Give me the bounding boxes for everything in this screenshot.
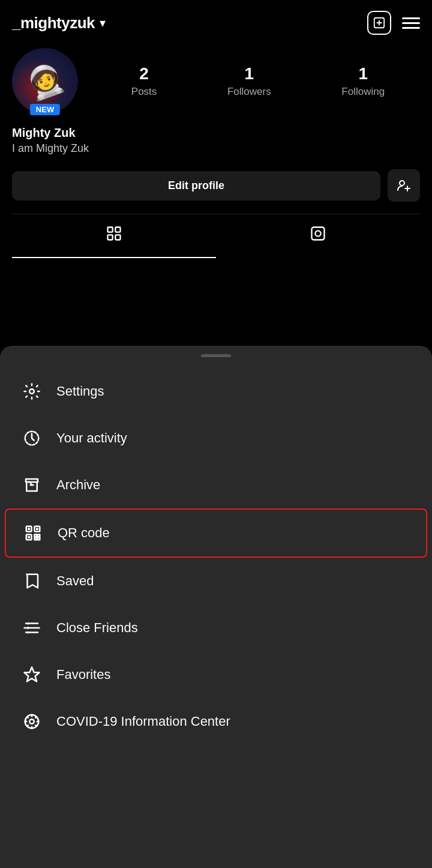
menu-item-close-friends[interactable]: Close Friends bbox=[5, 604, 427, 651]
hamburger-icon bbox=[402, 17, 420, 29]
svg-rect-6 bbox=[108, 228, 113, 232]
svg-rect-7 bbox=[115, 228, 120, 232]
grid-icon bbox=[106, 225, 122, 246]
star-icon bbox=[22, 665, 42, 685]
svg-line-40 bbox=[27, 725, 28, 726]
drawer: Settings Your activity Archive QR code S… bbox=[0, 346, 432, 868]
stats-row: 2 Posts 1 Followers 1 Following bbox=[96, 64, 420, 98]
svg-rect-19 bbox=[28, 536, 30, 538]
new-post-button[interactable] bbox=[367, 11, 391, 35]
menu-item-qr-code[interactable]: QR code bbox=[5, 508, 427, 558]
username-text: _mightyzuk bbox=[12, 14, 95, 32]
svg-point-30 bbox=[27, 631, 29, 634]
svg-point-12 bbox=[29, 389, 34, 394]
action-buttons: Edit profile bbox=[12, 163, 420, 214]
display-name: Mighty Zuk bbox=[12, 126, 420, 140]
svg-line-41 bbox=[35, 717, 37, 718]
tab-row bbox=[12, 214, 420, 258]
menu-item-favorites[interactable]: Favorites bbox=[5, 651, 427, 698]
posts-count: 2 bbox=[139, 64, 149, 83]
svg-point-33 bbox=[29, 719, 34, 724]
svg-rect-21 bbox=[35, 535, 37, 537]
archive-icon bbox=[22, 475, 42, 495]
add-icon bbox=[367, 11, 391, 35]
following-stat[interactable]: 1 Following bbox=[341, 64, 385, 98]
following-label: Following bbox=[341, 86, 385, 98]
menu-item-your-activity[interactable]: Your activity bbox=[5, 415, 427, 462]
top-bar: _mightyzuk ▾ bbox=[12, 0, 420, 42]
svg-point-28 bbox=[27, 622, 29, 625]
profile-section: _mightyzuk ▾ bbox=[0, 0, 432, 258]
svg-point-3 bbox=[400, 181, 404, 185]
menu-item-saved[interactable]: Saved bbox=[5, 558, 427, 604]
menu-item-label-archive: Archive bbox=[56, 477, 100, 493]
tagged-icon bbox=[310, 225, 326, 246]
close-friends-icon bbox=[22, 618, 42, 638]
top-icons bbox=[367, 11, 420, 35]
menu-item-settings[interactable]: Settings bbox=[5, 368, 427, 415]
avatar-container: 🧑‍🚀 NEW bbox=[12, 48, 78, 114]
username-area[interactable]: _mightyzuk ▾ bbox=[12, 14, 106, 32]
svg-marker-31 bbox=[25, 668, 40, 682]
svg-point-29 bbox=[27, 627, 29, 629]
svg-line-38 bbox=[27, 717, 28, 718]
menu-item-label-favorites: Favorites bbox=[56, 667, 110, 683]
tab-grid[interactable] bbox=[12, 214, 216, 258]
menu-item-label-covid: COVID-19 Information Center bbox=[56, 714, 230, 729]
menu-button[interactable] bbox=[402, 17, 420, 29]
svg-rect-22 bbox=[38, 538, 40, 540]
new-badge: NEW bbox=[30, 104, 60, 115]
menu-item-covid[interactable]: COVID-19 Information Center bbox=[5, 698, 427, 745]
followers-count: 1 bbox=[245, 64, 254, 83]
tab-tagged[interactable] bbox=[216, 214, 420, 258]
posts-label: Posts bbox=[131, 86, 157, 98]
chevron-down-icon: ▾ bbox=[100, 16, 106, 30]
svg-rect-10 bbox=[312, 228, 325, 240]
activity-icon bbox=[22, 428, 42, 448]
svg-line-39 bbox=[35, 725, 37, 726]
posts-stat[interactable]: 2 Posts bbox=[131, 64, 157, 98]
menu-item-label-settings: Settings bbox=[56, 384, 104, 399]
bio-text: I am Mighty Zuk bbox=[12, 142, 420, 155]
svg-rect-18 bbox=[36, 528, 38, 530]
svg-point-11 bbox=[315, 231, 320, 236]
edit-profile-button[interactable]: Edit profile bbox=[12, 171, 380, 200]
menu-item-label-your-activity: Your activity bbox=[56, 430, 127, 446]
svg-rect-23 bbox=[35, 538, 37, 540]
profile-info-row: 🧑‍🚀 NEW 2 Posts 1 Followers 1 Following bbox=[12, 42, 420, 121]
svg-rect-9 bbox=[115, 235, 120, 240]
settings-icon bbox=[22, 381, 42, 402]
menu-list: Settings Your activity Archive QR code S… bbox=[0, 363, 432, 750]
covid-icon bbox=[22, 711, 42, 732]
bio-section: Mighty Zuk I am Mighty Zuk bbox=[12, 121, 420, 163]
bookmark-icon bbox=[22, 571, 42, 591]
qr-icon bbox=[23, 523, 43, 543]
followers-stat[interactable]: 1 Followers bbox=[227, 64, 271, 98]
menu-item-archive[interactable]: Archive bbox=[5, 462, 427, 508]
add-friend-button[interactable] bbox=[388, 169, 420, 202]
drawer-handle[interactable] bbox=[201, 354, 231, 357]
avatar-image: 🧑‍🚀 bbox=[22, 58, 68, 104]
svg-rect-17 bbox=[28, 528, 30, 530]
following-count: 1 bbox=[358, 64, 368, 83]
svg-rect-24 bbox=[38, 535, 40, 537]
menu-item-label-close-friends: Close Friends bbox=[56, 620, 138, 636]
svg-rect-8 bbox=[108, 235, 113, 240]
followers-label: Followers bbox=[227, 86, 271, 98]
menu-item-label-qr-code: QR code bbox=[58, 525, 110, 541]
menu-item-label-saved: Saved bbox=[56, 573, 94, 589]
